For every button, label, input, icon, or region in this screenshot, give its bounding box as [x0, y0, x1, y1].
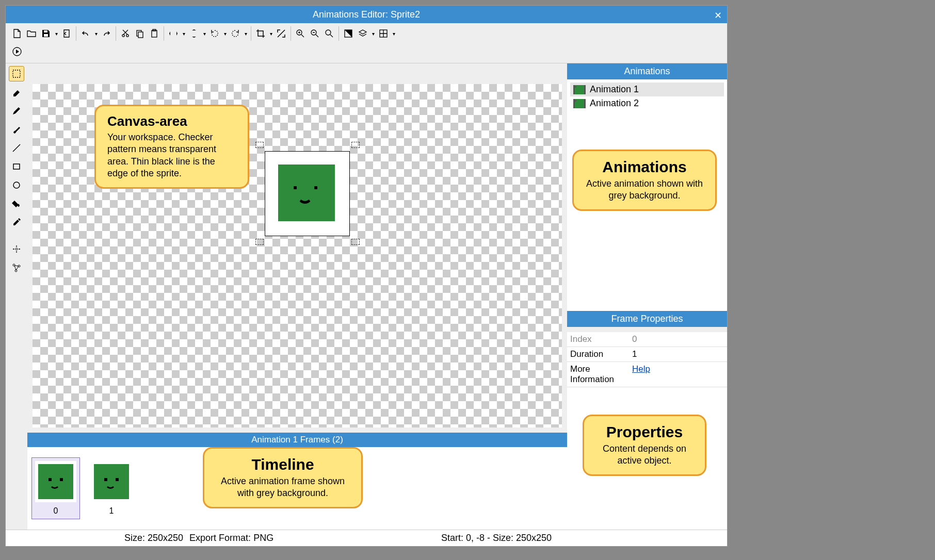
callout-text: Your workspace. Checker pattern means tr… [107, 131, 236, 180]
animation-icon [573, 85, 586, 94]
center-column: Canvas-area Your workspace. Checker patt… [27, 63, 567, 530]
callout-text: Content depends on active object. [595, 443, 694, 467]
play-icon[interactable] [10, 44, 24, 59]
undo-dropdown[interactable]: ▾ [93, 26, 99, 41]
frame-item[interactable]: 0 [31, 457, 80, 519]
top-toolbar: ▾ ▾ ▾ ▾ ▾ ▾ ▾ [6, 23, 727, 63]
animations-list: Animation 1 Animation 2 [567, 79, 727, 113]
status-format: Export Format: PNG [189, 533, 273, 543]
animation-item[interactable]: Animation 1 [570, 83, 724, 96]
selection-handle[interactable] [351, 239, 360, 245]
titlebar: Animations Editor: Sprite2 ✕ [6, 6, 727, 23]
callout-timeline: Timeline Active animation frame shown wi… [203, 447, 363, 508]
crop-dropdown[interactable]: ▾ [268, 26, 274, 41]
status-start: Start: 0, -8 - Size: 250x250 [441, 533, 552, 543]
save-dropdown[interactable]: ▾ [53, 26, 59, 41]
selection-handle[interactable] [255, 142, 264, 148]
animation-name: Animation 1 [590, 84, 639, 95]
polygon-tool[interactable] [9, 260, 24, 275]
prop-value[interactable]: 1 [632, 349, 724, 359]
rotate-ccw-dropdown[interactable]: ▾ [222, 26, 228, 41]
rect-tool[interactable] [9, 159, 24, 174]
callout-animations: Animations Active animation shown with g… [572, 150, 717, 211]
zoom-fit-icon[interactable] [322, 26, 336, 41]
svg-point-2 [122, 35, 124, 37]
frame-item[interactable]: 1 [88, 458, 135, 519]
prop-label: More Information [570, 364, 632, 385]
frame-props-header: Frame Properties [567, 311, 727, 327]
callout-title: Timeline [216, 456, 350, 473]
svg-point-16 [13, 182, 20, 188]
rotate-cw-dropdown[interactable]: ▾ [243, 26, 249, 41]
flip-v-icon[interactable] [187, 26, 201, 41]
selection-handle[interactable] [351, 142, 360, 148]
prop-value: 0 [632, 334, 724, 344]
paste-icon[interactable] [147, 26, 162, 41]
prop-label: Index [570, 334, 632, 344]
contrast-icon[interactable] [341, 26, 356, 41]
animation-item[interactable]: Animation 2 [570, 96, 724, 110]
svg-point-10 [326, 30, 331, 35]
callout-text: Active animation frame shown with grey b… [216, 475, 350, 500]
callout-text: Active animation shown with grey backgro… [585, 178, 704, 202]
brush-tool[interactable] [9, 122, 24, 137]
crop-icon[interactable] [253, 26, 268, 41]
flip-v-dropdown[interactable]: ▾ [201, 26, 207, 41]
prop-row-index: Index 0 [567, 332, 727, 347]
origin-tool[interactable] [9, 241, 24, 257]
svg-rect-0 [44, 30, 47, 32]
animations-header: Animations [567, 63, 727, 79]
grid-dropdown[interactable]: ▾ [391, 26, 397, 41]
status-size: Size: 250x250 [124, 533, 183, 543]
copy-icon[interactable] [133, 26, 147, 41]
fill-tool[interactable] [9, 196, 24, 211]
zoom-out-icon[interactable] [308, 26, 322, 41]
frame-props-body: Index 0 Duration 1 More Information Help… [567, 332, 727, 530]
undo-icon[interactable] [78, 26, 93, 41]
timeline-header: Animation 1 Frames (2) [27, 433, 567, 447]
svg-rect-14 [13, 70, 20, 77]
new-icon[interactable] [10, 26, 24, 41]
selection-handle[interactable] [255, 239, 264, 245]
help-link[interactable]: Help [632, 364, 650, 374]
callout-title: Animations [585, 158, 704, 176]
sprite-bounds[interactable] [265, 151, 350, 236]
tools-panel [6, 63, 27, 530]
circle-tool[interactable] [9, 177, 24, 193]
callout-title: Canvas-area [107, 113, 236, 129]
callout-canvas: Canvas-area Your workspace. Checker patt… [94, 105, 249, 189]
timeline-panel: Animation 1 Frames (2) 0 1 Timeline Acti… [27, 433, 567, 530]
eraser-tool[interactable] [9, 85, 24, 100]
animations-editor-window: Animations Editor: Sprite2 ✕ ▾ ▾ ▾ ▾ ▾ [5, 5, 728, 547]
svg-point-17 [15, 248, 18, 250]
sprite-content [278, 164, 335, 221]
animation-icon [573, 99, 586, 108]
svg-point-3 [126, 35, 128, 37]
main-area: Canvas-area Your workspace. Checker patt… [6, 63, 727, 530]
line-tool[interactable] [9, 140, 24, 156]
frame-label: 1 [109, 506, 114, 516]
save-icon[interactable] [39, 26, 53, 41]
flip-h-icon[interactable] [166, 26, 181, 41]
svg-rect-5 [138, 32, 143, 38]
eyedropper-tool[interactable] [9, 215, 24, 230]
frame-label: 0 [54, 506, 58, 516]
rotate-ccw-icon[interactable] [207, 26, 222, 41]
resize-icon[interactable] [274, 26, 288, 41]
zoom-in-icon[interactable] [293, 26, 308, 41]
close-icon[interactable]: ✕ [714, 10, 722, 21]
grid-icon[interactable] [376, 26, 391, 41]
select-tool[interactable] [9, 66, 24, 81]
pencil-tool[interactable] [9, 103, 24, 119]
canvas-wrap: Canvas-area Your workspace. Checker patt… [27, 63, 567, 433]
redo-icon[interactable] [99, 26, 114, 41]
prop-row-more: More Information Help [567, 362, 727, 387]
reload-icon[interactable] [59, 26, 74, 41]
flip-h-dropdown[interactable]: ▾ [181, 26, 187, 41]
open-icon[interactable] [24, 26, 39, 41]
layers-dropdown[interactable]: ▾ [370, 26, 376, 41]
prop-label: Duration [570, 349, 632, 359]
rotate-cw-icon[interactable] [228, 26, 243, 41]
layers-icon[interactable] [356, 26, 370, 41]
cut-icon[interactable] [118, 26, 133, 41]
